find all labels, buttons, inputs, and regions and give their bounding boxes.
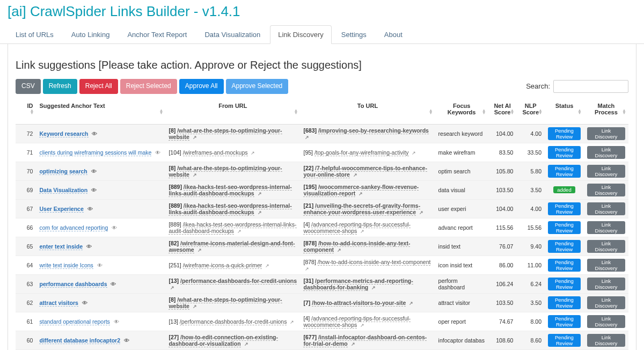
from-url-link[interactable]: /what-are-the-steps-to-optimizing-your-w… xyxy=(169,165,282,178)
to-url-link[interactable]: /how-to-attract-visitors-to-your-site xyxy=(312,300,406,307)
anchor-text-link[interactable]: clients during wireframing sessions will… xyxy=(39,149,151,156)
table-row[interactable]: 61standard operational reports 👁[13] /pe… xyxy=(16,312,628,331)
from-url-link[interactable]: /ikea-hacks-test-seo-wordpress-internal-… xyxy=(169,221,296,235)
cell-nlp-score: 3.50 xyxy=(516,293,545,312)
table-row[interactable]: 66com for advanced reporting 👁[889] /ike… xyxy=(16,218,628,237)
tab-data-visualization[interactable]: Data Visualization xyxy=(196,25,268,44)
to-url-link[interactable]: /improving-seo-by-researching-keywords xyxy=(318,127,429,134)
col-focus[interactable]: Focus Keywords▲▼ xyxy=(435,99,488,125)
col-anchor[interactable]: Suggested Anchor Text▲▼ xyxy=(36,99,165,125)
cell-nlp-score: 3.50 xyxy=(516,180,545,199)
to-url-link[interactable]: /performance-metrics-and-reporting-dashb… xyxy=(303,278,413,291)
to-url-link[interactable]: /advanced-reporting-tips-for-successful-… xyxy=(303,221,411,235)
anchor-text-link[interactable]: different database infocaptor2 xyxy=(39,337,120,344)
from-url-link[interactable]: /performance-dashboards-for-credit-union… xyxy=(180,278,297,285)
anchor-text-link[interactable]: write text inside Icons xyxy=(39,262,93,269)
anchor-text-link[interactable]: Data Visualization xyxy=(39,187,87,194)
to-url-link[interactable]: /unveiling-the-secrets-of-gravity-forms-… xyxy=(303,202,420,216)
tab-list-of-urls[interactable]: List of URLs xyxy=(8,25,62,44)
toolbar: CSV Refresh Reject All Reject Selected A… xyxy=(16,79,628,94)
cell-anchor: different database infocaptor2 👁 xyxy=(36,331,165,349)
anchor-text-link[interactable]: optimizing search xyxy=(39,168,87,175)
from-url-link[interactable]: /wireframe-icons-material-design-and-fon… xyxy=(169,240,295,253)
from-url-link[interactable]: /what-are-the-steps-to-optimizing-your-w… xyxy=(169,296,282,310)
to-url-link[interactable]: /how-to-add-icons-inside-any-text-compon… xyxy=(318,259,431,266)
anchor-text-link[interactable]: attract visitors xyxy=(39,300,78,307)
from-url-link[interactable]: /performance-dashboards-for-credit-union… xyxy=(180,318,287,325)
reject-all-button[interactable]: Reject All xyxy=(79,79,118,94)
status-badge: Pending Review xyxy=(548,146,581,159)
cell-anchor: Keyword research 👁 xyxy=(36,124,165,143)
anchor-text-link[interactable]: User Experience xyxy=(39,206,83,213)
anchor-text-link[interactable]: com for advanced reporting xyxy=(39,224,108,231)
approve-all-button[interactable]: Approve All xyxy=(179,79,224,94)
cell-match: Link Discovery xyxy=(584,274,628,293)
col-from[interactable]: From URL▲▼ xyxy=(165,99,300,125)
to-url-link[interactable]: /how-to-add-icons-inside-any-text-compon… xyxy=(303,240,410,253)
table-row[interactable]: 64write text inside Icons 👁[251] /wirefr… xyxy=(16,256,628,274)
table-row[interactable]: 70optimizing search 👁[8] /what-are-the-s… xyxy=(16,162,628,180)
from-url-link[interactable]: /how-to-edit-connection-on-existing-dash… xyxy=(169,334,278,347)
cell-nlp-score: 4.00 xyxy=(516,124,545,143)
to-url-link[interactable]: /top-goals-for-any-wireframing-activity xyxy=(314,149,409,156)
cell-anchor: attract visitors 👁 xyxy=(36,293,165,312)
cell-id: 61 xyxy=(16,312,36,331)
table-row[interactable]: 62attract visitors 👁[8] /what-are-the-st… xyxy=(16,293,628,312)
cell-nlp-score: 9.40 xyxy=(516,237,545,256)
match-badge: Link Discovery xyxy=(587,278,625,290)
eye-icon: 👁 xyxy=(87,206,93,212)
col-to[interactable]: To URL▲▼ xyxy=(300,99,435,125)
col-id[interactable]: ID▲▼ xyxy=(16,99,36,125)
to-url-link[interactable]: /install-infocaptor-dashboard-on-centos-… xyxy=(303,334,427,347)
external-link-icon: ↗ xyxy=(351,341,355,347)
from-url-link[interactable]: /wireframe-icons-a-quick-primer xyxy=(183,262,262,269)
table-row[interactable]: 63performance dashboards 👁[13] /performa… xyxy=(16,274,628,293)
anchor-text-link[interactable]: standard operational reports xyxy=(39,318,109,325)
match-badge: Link Discovery xyxy=(587,259,625,272)
eye-icon: 👁 xyxy=(111,281,116,287)
tab-auto-linking[interactable]: Auto Linking xyxy=(63,25,118,44)
search-label: Search: xyxy=(526,82,550,90)
to-url-link[interactable]: /7-helpful-woocommerce-tips-to-enhance-y… xyxy=(303,165,427,178)
col-nlp[interactable]: NLP Score▲▼ xyxy=(516,99,545,125)
csv-button[interactable]: CSV xyxy=(16,79,41,94)
cell-nlp-score: 5.80 xyxy=(516,162,545,180)
approve-selected-button[interactable]: Approve Selected xyxy=(226,79,289,94)
table-row[interactable]: 65enter text inside 👁[82] /wireframe-ico… xyxy=(16,237,628,256)
tab-anchor-text-report[interactable]: Anchor Text Report xyxy=(119,25,195,44)
eye-icon: 👁 xyxy=(114,319,119,325)
table-row[interactable]: 60different database infocaptor2 👁[27] /… xyxy=(16,331,628,349)
tab-link-discovery[interactable]: Link Discovery xyxy=(270,25,332,44)
eye-icon: 👁 xyxy=(86,244,92,250)
cell-from: [13] /performance-dashboards-for-credit-… xyxy=(165,274,300,293)
to-url-link[interactable]: /advanced-reporting-tips-for-successful-… xyxy=(303,315,411,329)
cell-focus: make wirefram xyxy=(435,143,488,162)
anchor-text-link[interactable]: enter text inside xyxy=(39,243,83,250)
cell-focus: advanc report xyxy=(435,218,488,237)
col-net[interactable]: Net AI Score▲▼ xyxy=(488,99,517,125)
tab-about[interactable]: About xyxy=(376,25,411,44)
table-row[interactable]: 71clients during wireframing sessions wi… xyxy=(16,143,628,162)
cell-focus: research keyword xyxy=(435,124,488,143)
anchor-text-link[interactable]: performance dashboards xyxy=(39,281,107,288)
from-url-link[interactable]: /ikea-hacks-test-seo-wordpress-internal-… xyxy=(169,184,291,197)
from-url-link[interactable]: /what-are-the-steps-to-optimizing-your-w… xyxy=(169,127,282,141)
eye-icon: 👁 xyxy=(112,225,117,231)
refresh-button[interactable]: Refresh xyxy=(43,79,77,94)
table-row[interactable]: 69Data Visualization 👁[889] /ikea-hacks-… xyxy=(16,180,628,199)
search-input[interactable] xyxy=(553,80,628,93)
table-row[interactable]: 72Keyword research 👁[8] /what-are-the-st… xyxy=(16,124,628,143)
anchor-text-link[interactable]: Keyword research xyxy=(39,130,88,137)
table-row[interactable]: 67User Experience 👁[889] /ikea-hacks-tes… xyxy=(16,199,628,218)
reject-selected-button[interactable]: Reject Selected xyxy=(120,79,177,94)
col-status[interactable]: Status▲▼ xyxy=(545,99,584,125)
from-url-link[interactable]: /ikea-hacks-test-seo-wordpress-internal-… xyxy=(169,202,291,216)
cell-id: 63 xyxy=(16,274,36,293)
tab-settings[interactable]: Settings xyxy=(333,25,375,44)
eye-icon: 👁 xyxy=(91,169,97,174)
from-url-link[interactable]: /wireframes-and-mockups xyxy=(183,149,248,156)
cell-status: Pending Review xyxy=(545,293,584,312)
col-match[interactable]: Match Process▲▼ xyxy=(584,99,628,125)
external-link-icon: ↗ xyxy=(337,247,341,253)
cell-nlp-score: 11.00 xyxy=(516,256,545,274)
